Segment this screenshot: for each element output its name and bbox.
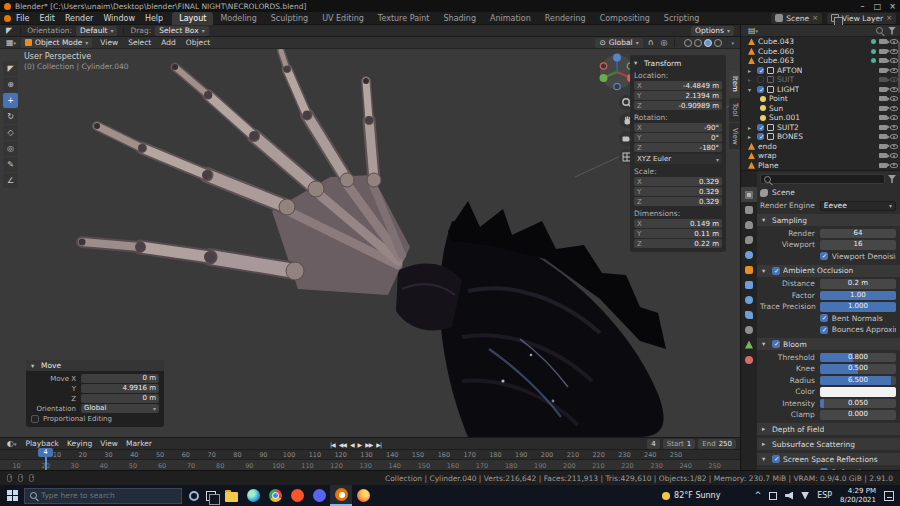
properties-row[interactable]: ▾ Bloom — [757, 338, 900, 350]
scale-field[interactable]: X0.329 — [634, 177, 722, 186]
properties-search-input[interactable] — [760, 174, 885, 184]
outliner-row[interactable]: Sun — [741, 104, 900, 114]
play-reverse-button[interactable]: ◀ — [350, 441, 354, 448]
tab-animation[interactable]: Animation — [483, 12, 538, 25]
mode-dropdown[interactable]: Object Mode▾ — [21, 38, 92, 48]
outliner-editor-icon[interactable]: ▤▾ — [746, 26, 760, 35]
render-visibility-icon[interactable] — [879, 134, 887, 139]
render-visibility-icon[interactable] — [879, 87, 887, 92]
timeline-ruler[interactable]: 1020304050607080901001101201301401501601… — [0, 450, 740, 460]
render-visibility-icon[interactable] — [879, 115, 887, 120]
menu-item[interactable]: Help — [140, 14, 168, 23]
properties-tab-constraints[interactable] — [741, 322, 757, 337]
viewport-visibility-icon[interactable] — [890, 115, 898, 120]
viewport-menu-item[interactable]: Add — [156, 38, 181, 47]
timeline-menu-item[interactable]: Playback — [26, 439, 59, 448]
tab-compositing[interactable]: Compositing — [593, 12, 657, 25]
expand-caret-icon[interactable]: ▾ — [748, 86, 754, 93]
value-slider[interactable]: 1.00 — [820, 291, 896, 301]
frame-end-field[interactable]: End250 — [698, 439, 736, 449]
viewport-menu-item[interactable]: View — [95, 38, 123, 47]
discord-icon[interactable] — [308, 485, 330, 506]
expand-caret-icon[interactable]: ▸ — [748, 67, 754, 74]
setting-checkbox[interactable] — [820, 326, 828, 334]
value-slider[interactable]: 0.500 — [820, 364, 896, 374]
value-slider[interactable]: 0.800 — [820, 353, 896, 363]
viewport-visibility-icon[interactable] — [890, 153, 898, 158]
properties-row[interactable]: Distance 0.2 m — [760, 279, 896, 290]
start-button[interactable] — [0, 485, 24, 506]
outliner-filter-icon[interactable] — [888, 27, 896, 35]
prev-keyframe-button[interactable]: ◀◀ — [339, 441, 346, 448]
properties-row[interactable]: ▸ Depth of Field — [757, 423, 900, 435]
active-tool-icon[interactable]: ◤ — [4, 26, 14, 35]
viewport-visibility-icon[interactable] — [890, 163, 898, 168]
play-button[interactable]: ▶ — [358, 441, 362, 448]
viewport-visibility-icon[interactable] — [890, 96, 898, 101]
value-slider[interactable]: 0.2 m — [820, 279, 896, 289]
current-frame-field[interactable]: 4 — [647, 439, 659, 449]
viewport-visibility-icon[interactable] — [890, 134, 898, 139]
transform-orientation-dropdown[interactable]: ⊙ Global▾ — [595, 38, 642, 48]
properties-row[interactable]: Viewport 16 — [760, 240, 896, 251]
move-panel-header[interactable]: ▾ Move — [26, 360, 164, 371]
value-slider[interactable]: 1.000 — [820, 302, 896, 312]
properties-tab-material[interactable] — [741, 352, 757, 367]
render-visibility-icon[interactable] — [879, 106, 887, 111]
timeline-menu-item[interactable]: View — [100, 439, 118, 448]
properties-tab-view-layer[interactable] — [741, 217, 757, 232]
snap-magnet-icon[interactable]: ∩ — [646, 38, 656, 47]
jump-to-start-button[interactable]: |◀ — [330, 441, 335, 448]
value-slider[interactable]: 6.500 — [820, 376, 896, 386]
viewport-visibility-icon[interactable] — [890, 106, 898, 111]
render-visibility-icon[interactable] — [879, 58, 887, 63]
jump-to-end-button[interactable]: ▶| — [376, 441, 381, 448]
brave-icon[interactable] — [286, 485, 308, 506]
viewport-visibility-icon[interactable] — [890, 49, 898, 54]
render-visibility-icon[interactable] — [879, 153, 887, 158]
firefox-icon[interactable] — [352, 485, 374, 506]
render-visibility-icon[interactable] — [879, 39, 887, 44]
transform-tool[interactable]: ◎ — [3, 141, 18, 156]
location-field[interactable]: Y2.1394 m — [634, 91, 722, 100]
outliner-row[interactable]: Cube.043 — [741, 37, 900, 47]
properties-row[interactable]: Viewport Denoising — [760, 251, 896, 262]
viewport-visibility-icon[interactable] — [890, 68, 898, 73]
properties-row[interactable]: Clamp 0.000 — [760, 410, 896, 421]
properties-row[interactable]: Factor 1.00 — [760, 290, 896, 301]
properties-row[interactable]: Radius 6.500 — [760, 375, 896, 386]
blender-menu-icon[interactable] — [4, 15, 11, 22]
material-preview-shading-icon[interactable] — [704, 39, 712, 47]
timeline-menu-item[interactable]: Marker — [126, 439, 152, 448]
file-explorer-icon[interactable] — [220, 485, 242, 506]
timeline-menu-item[interactable]: Keying — [67, 439, 92, 448]
properties-row[interactable]: Intensity 0.050 — [760, 398, 896, 409]
properties-tab-physics[interactable] — [741, 307, 757, 322]
outliner-row[interactable]: Cube.060 — [741, 47, 900, 57]
properties-row[interactable]: ▾ Screen Space Reflections — [757, 453, 900, 465]
render-visibility-icon[interactable] — [879, 125, 887, 130]
setting-checkbox[interactable] — [772, 455, 780, 463]
properties-row[interactable]: Color — [760, 387, 896, 398]
wireframe-shading-icon[interactable] — [684, 39, 692, 47]
minimize-button[interactable]: – — [855, 2, 870, 11]
properties-breadcrumb[interactable]: Scene — [760, 187, 896, 198]
taskbar-search[interactable] — [24, 488, 182, 504]
frame-start-field[interactable]: Start1 — [663, 439, 696, 449]
scale-field[interactable]: Y0.329 — [634, 187, 722, 196]
clock[interactable]: 4:29 PM 8/20/2021 — [840, 487, 876, 504]
rotation-mode-dropdown[interactable]: XYZ Euler▾ — [634, 154, 722, 164]
properties-tab-object[interactable] — [741, 262, 757, 277]
measure-tool[interactable]: ∠ — [3, 173, 18, 188]
move-orientation-dropdown[interactable]: Global▾ — [81, 404, 159, 413]
timeline-editor-icon[interactable]: ◐▾ — [5, 439, 19, 448]
properties-tab-scene[interactable] — [741, 232, 757, 247]
npanel-tab-view[interactable]: View — [729, 123, 740, 150]
move-value-field[interactable]: 0 m — [81, 374, 159, 383]
outliner-row[interactable]: Cube.063 — [741, 56, 900, 66]
properties-tab-world[interactable] — [741, 247, 757, 262]
properties-row[interactable]: Threshold 0.800 — [760, 352, 896, 363]
value-slider[interactable]: 64 — [820, 229, 896, 239]
proportional-editing-icon[interactable]: ◎ — [659, 38, 670, 47]
remove-view-layer-icon[interactable]: × — [886, 14, 892, 22]
